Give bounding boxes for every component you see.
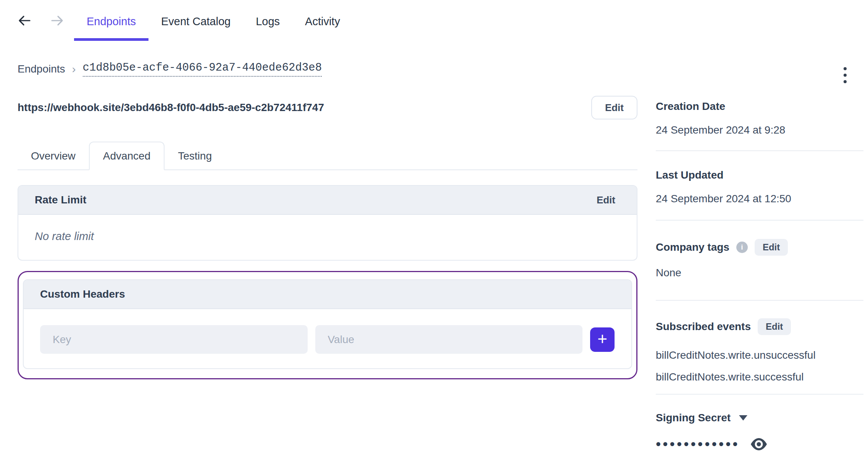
arrow-left-icon (18, 15, 31, 27)
creation-date-value: 24 September 2024 at 9:28 (656, 124, 863, 137)
signing-secret-section: Signing Secret •••••••••••• (656, 395, 863, 453)
breadcrumb-endpoints-link[interactable]: Endpoints (18, 63, 65, 75)
rate-limit-header: Rate Limit Edit (18, 186, 637, 215)
company-tags-value: None (656, 266, 863, 279)
rate-limit-title: Rate Limit (35, 194, 86, 206)
custom-headers-header: Custom Headers (24, 280, 631, 309)
back-button[interactable] (18, 0, 31, 41)
reveal-secret-button[interactable] (750, 438, 768, 451)
rate-limit-card: Rate Limit Edit No rate limit (18, 185, 637, 261)
endpoint-details-sidebar: Creation Date 24 September 2024 at 9:28 … (656, 100, 863, 453)
webhook-endpoint-page: Endpoints Event Catalog Logs Activity En… (0, 0, 868, 461)
kebab-menu-icon[interactable] (841, 65, 849, 85)
forward-button[interactable] (50, 0, 64, 41)
company-tags-edit-button[interactable]: Edit (755, 239, 788, 256)
header-value-input[interactable] (315, 325, 583, 354)
endpoint-url: https://webhook.site/3ebd46b8-f0f0-4db5-… (18, 102, 324, 114)
subscribed-events-edit-button[interactable]: Edit (758, 318, 791, 335)
endpoint-url-row: https://webhook.site/3ebd46b8-f0f0-4db5-… (18, 96, 637, 119)
detail-tabs: Overview Advanced Testing (18, 142, 637, 170)
chevron-down-icon (739, 415, 747, 421)
custom-headers-card: Custom Headers + (23, 279, 632, 369)
header-key-input[interactable] (40, 325, 308, 354)
subscribed-event-item: billCreditNotes.write.successful (656, 366, 863, 388)
breadcrumb: Endpoints › c1d8b05e-acfe-4066-92a7-440e… (18, 60, 637, 78)
rate-limit-empty-text: No rate limit (35, 230, 94, 242)
last-updated-value: 24 September 2024 at 12:50 (656, 192, 863, 205)
signing-secret-label: Signing Secret (656, 411, 731, 424)
company-tags-label: Company tags (656, 241, 729, 254)
main-content: Endpoints › c1d8b05e-acfe-4066-92a7-440e… (18, 41, 637, 379)
last-updated-label: Last Updated (656, 169, 863, 182)
last-updated-section: Last Updated 24 September 2024 at 12:50 (656, 151, 863, 221)
breadcrumb-endpoint-id[interactable]: c1d8b05e-acfe-4066-92a7-440ede62d3e8 (83, 61, 322, 77)
edit-url-button[interactable]: Edit (591, 96, 637, 119)
rate-limit-body: No rate limit (18, 215, 637, 260)
info-icon[interactable]: i (736, 242, 748, 253)
nav-tab-activity[interactable]: Activity (292, 0, 353, 41)
company-tags-section: Company tags i Edit None (656, 221, 863, 301)
custom-headers-body: + (24, 309, 631, 368)
tab-overview[interactable]: Overview (18, 142, 89, 170)
custom-headers-title: Custom Headers (40, 288, 125, 300)
nav-tab-event-catalog[interactable]: Event Catalog (148, 0, 243, 41)
subscribed-events-section: Subscribed events Edit billCreditNotes.w… (656, 301, 863, 395)
subscribed-events-label: Subscribed events (656, 320, 751, 333)
tab-advanced[interactable]: Advanced (89, 142, 165, 170)
top-navigation: Endpoints Event Catalog Logs Activity (18, 0, 353, 41)
creation-date-label: Creation Date (656, 100, 863, 113)
breadcrumb-separator: › (72, 63, 76, 76)
custom-headers-highlight-outline: Custom Headers + (18, 271, 637, 379)
subscribed-events-list: billCreditNotes.write.unsuccessful billC… (656, 344, 863, 388)
nav-tab-endpoints[interactable]: Endpoints (74, 0, 148, 41)
eye-icon (750, 438, 768, 451)
signing-secret-expand-button[interactable] (737, 414, 749, 422)
arrow-right-icon (50, 15, 64, 27)
tab-testing[interactable]: Testing (165, 142, 225, 170)
creation-date-section: Creation Date 24 September 2024 at 9:28 (656, 100, 863, 151)
signing-secret-masked-value: •••••••••••• (656, 436, 740, 453)
nav-tab-logs[interactable]: Logs (243, 0, 292, 41)
rate-limit-edit-button[interactable]: Edit (597, 194, 615, 206)
add-header-button[interactable]: + (590, 327, 615, 352)
subscribed-event-item: billCreditNotes.write.unsuccessful (656, 344, 863, 366)
